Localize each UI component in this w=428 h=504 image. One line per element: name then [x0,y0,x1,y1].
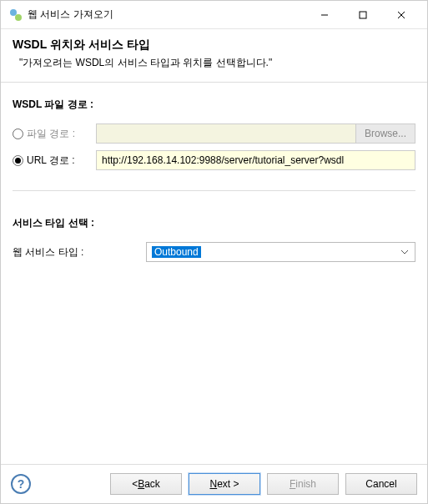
window-title: 웹 서비스 가져오기 [28,8,305,22]
cancel-button[interactable]: Cancel [345,473,417,495]
help-button[interactable]: ? [11,474,31,494]
content-area: WSDL 파일 경로 : 파일 경로 : Browse... URL 경로 : … [1,83,427,464]
wizard-footer: ? < Back Next > Finish Cancel [1,464,427,503]
browse-button[interactable]: Browse... [356,123,415,144]
svg-point-1 [15,14,22,21]
close-button[interactable] [382,3,420,27]
file-path-radio-label: 파일 경로 : [27,127,75,141]
svg-rect-3 [360,12,366,18]
section-divider [13,190,415,191]
url-path-radio[interactable] [13,155,23,166]
service-type-row: 웹 서비스 타입 : Outbound [13,242,415,262]
wizard-header: WSDL 위치와 서비스 타입 "가져오려는 WSDL의 서비스 타입과 위치를… [1,29,427,83]
maximize-button[interactable] [344,3,382,27]
url-path-row: URL 경로 : [13,150,415,170]
page-subtitle: "가져오려는 WSDL의 서비스 타입과 위치를 선택합니다." [13,56,415,70]
file-path-row: 파일 경로 : Browse... [13,123,415,144]
finish-button[interactable]: Finish [267,473,339,495]
titlebar: 웹 서비스 가져오기 [1,1,427,29]
back-button[interactable]: < Back [110,473,182,495]
next-button[interactable]: Next > [189,473,260,495]
file-path-input[interactable] [96,123,356,144]
service-type-label: 웹 서비스 타입 : [13,245,146,260]
wsdl-path-section-label: WSDL 파일 경로 : [13,98,415,112]
help-icon: ? [18,477,25,491]
chevron-down-icon [398,249,411,255]
minimize-button[interactable] [305,3,344,27]
url-path-radio-label: URL 경로 : [27,154,75,168]
service-type-value: Outbound [152,246,201,258]
service-type-select[interactable]: Outbound [146,242,415,262]
file-path-radio[interactable] [13,129,23,139]
page-title: WSDL 위치와 서비스 타입 [13,38,415,53]
service-type-section-label: 서비스 타입 선택 : [13,216,415,230]
svg-point-0 [10,9,17,16]
app-icon [9,8,23,22]
url-path-input[interactable] [96,150,415,170]
